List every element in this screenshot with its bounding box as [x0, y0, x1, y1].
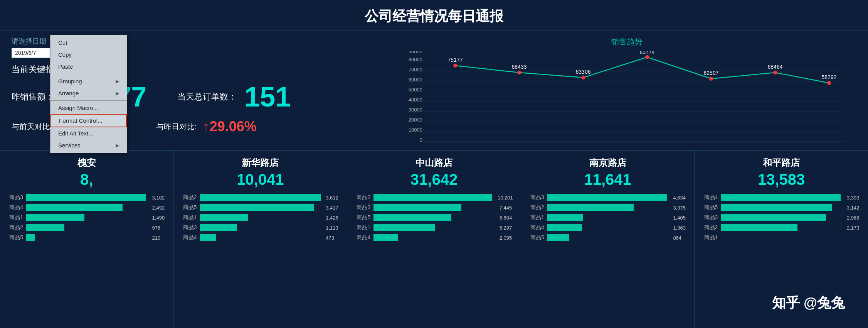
svg-point-21: [517, 71, 521, 74]
date-input[interactable]: 2019/6/7: [12, 48, 50, 58]
bar-label: 商品1: [355, 224, 370, 231]
bar-fill: [26, 234, 35, 241]
bar-fill: [721, 204, 832, 211]
menu-item-3[interactable]: Grouping▶: [50, 75, 127, 87]
bar-row: 商品42,492: [8, 204, 166, 211]
bar-label: 商品3: [182, 224, 197, 231]
bar-fill: [373, 214, 451, 221]
bar-row: 商品5210: [8, 234, 166, 241]
bar-label: 商品4: [702, 194, 718, 201]
store-name: 槐安: [8, 157, 166, 169]
menu-item-label: Services: [58, 142, 81, 149]
bar-bg: [547, 224, 671, 231]
menu-separator: [50, 100, 127, 101]
bar-row: 商品2976: [8, 224, 166, 231]
bar-label: 商品1: [8, 214, 23, 221]
orders-label: 当天总订单数：: [177, 91, 237, 103]
menu-item-2[interactable]: Paste: [50, 61, 127, 73]
bar-label: 商品4: [355, 234, 370, 241]
bar-bg: [721, 234, 844, 241]
svg-text:50000: 50000: [409, 87, 422, 93]
svg-text:40000: 40000: [409, 97, 422, 103]
bar-fill: [721, 214, 826, 221]
bar-label: 商品5: [182, 204, 197, 211]
bar-bg: [26, 194, 150, 201]
menu-item-1[interactable]: Copy: [50, 49, 127, 61]
bar-bg: [373, 204, 497, 211]
dashboard: 公司经营情况每日通报 请选择日期 2019/6/7 ▼ 当前关键指 昨销售额： …: [0, 0, 868, 328]
svg-text:62507: 62507: [704, 70, 719, 76]
bar-bg: [26, 214, 150, 221]
menu-item-label: Edit Alt Text...: [58, 130, 93, 137]
bar-fill: [26, 214, 84, 221]
bar-label: 商品2: [702, 224, 718, 231]
svg-text:2019/6/8: 2019/6/8: [510, 142, 529, 144]
bar-value-label: 864: [673, 235, 686, 241]
menu-item-7[interactable]: Edit Alt Text...: [50, 127, 127, 139]
menu-item-label: Cut: [58, 39, 67, 46]
bar-row: 商品53,417: [182, 204, 340, 211]
bar-fill: [26, 224, 64, 231]
store-name: 新华路店: [182, 157, 340, 169]
chart-title: 销售趋势: [393, 37, 860, 47]
bar-value-label: 2,173: [847, 225, 860, 231]
menu-item-4[interactable]: Arrange▶: [50, 87, 127, 99]
bar-value-label: 10,201: [498, 195, 513, 201]
svg-point-25: [773, 71, 777, 74]
bar-row: 商品11,405: [529, 214, 687, 221]
bar-value-label: 3,612: [326, 195, 339, 201]
right-panel: 销售趋势 0 10000 20000 30000 40000 50000 600…: [385, 31, 868, 150]
bar-value-label: 976: [152, 225, 166, 231]
bar-bg: [547, 234, 671, 241]
bar-fill: [547, 224, 582, 231]
vs-yesterday-item: 与昨日对比: ↑29.06%: [156, 118, 257, 135]
bar-fill: [200, 214, 248, 221]
bar-label: 商品2: [182, 194, 197, 201]
sales-chart: 0 10000 20000 30000 40000 50000 60000 70…: [393, 51, 860, 144]
menu-item-8[interactable]: Services▶: [50, 139, 127, 151]
bar-value-label: 4,634: [673, 195, 686, 201]
bar-bg: [373, 224, 497, 231]
context-menu: CutCopyPasteGrouping▶Arrange▶Assign Macr…: [50, 35, 127, 153]
svg-text:75177: 75177: [448, 57, 463, 63]
bar-fill: [547, 234, 570, 241]
svg-point-23: [645, 55, 649, 59]
bar-value-label: 1,363: [673, 225, 686, 231]
svg-text:20000: 20000: [409, 117, 422, 123]
bar-fill: [200, 194, 321, 201]
svg-point-24: [709, 77, 713, 81]
svg-text:68464: 68464: [768, 64, 783, 70]
bar-row: 商品56,604: [355, 214, 513, 221]
menu-item-label: Grouping: [58, 78, 82, 85]
menu-item-label: Format Control...: [59, 117, 103, 124]
menu-item-0[interactable]: Cut: [50, 37, 127, 49]
svg-text:30000: 30000: [409, 107, 422, 113]
bar-value-label: 2,492: [152, 205, 166, 211]
menu-item-label: Assign Macro...: [58, 105, 98, 111]
bar-value-label: 2,968: [847, 215, 860, 221]
svg-text:90000: 90000: [409, 51, 422, 54]
bar-label: 商品1: [702, 234, 718, 241]
submenu-arrow-icon: ▶: [116, 91, 119, 96]
bar-bg: [547, 194, 671, 201]
bar-bg: [721, 214, 844, 221]
bar-label: 商品3: [355, 204, 370, 211]
bar-bg: [200, 224, 324, 231]
bar-value-label: 3,417: [326, 205, 339, 211]
menu-item-5[interactable]: Assign Macro...: [50, 102, 127, 114]
svg-text:68433: 68433: [512, 64, 527, 70]
svg-point-20: [453, 64, 457, 68]
bar-label: 商品3: [702, 214, 718, 221]
bar-value-label: 473: [326, 235, 339, 241]
menu-item-6[interactable]: Format Control...: [50, 114, 127, 127]
bar-bg: [373, 214, 497, 221]
bar-value-label: 6,604: [500, 215, 513, 221]
bar-label: 商品1: [182, 214, 197, 221]
bar-row: 商品5864: [529, 234, 687, 241]
bar-fill: [721, 224, 797, 231]
bar-bg: [547, 204, 671, 211]
store-panel-2: 中山路店31,642商品210,201商品37,445商品56,604商品15,…: [347, 151, 521, 328]
stores-section: 槐安8,商品33,102商品42,492商品11,490商品2976商品5210…: [0, 150, 868, 328]
svg-text:10000: 10000: [409, 127, 422, 133]
watermark: 知乎 @兔兔: [772, 294, 845, 313]
